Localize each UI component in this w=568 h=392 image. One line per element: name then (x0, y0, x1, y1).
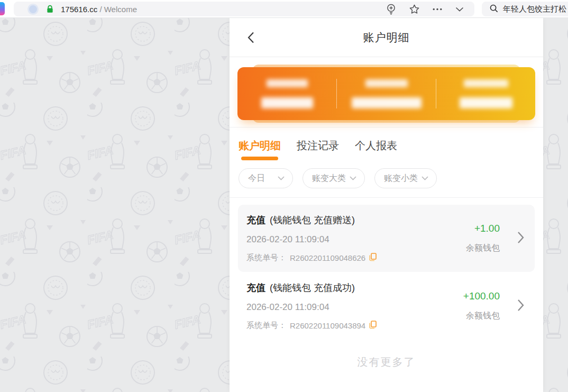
browser-top-bar: 175616.cc / Welcome (0, 0, 568, 18)
transaction-row[interactable]: 充值(钱能钱包 充值赠送) 2026-02-20 11:09:04 系统单号：R… (238, 205, 535, 272)
copy-icon[interactable] (369, 321, 377, 331)
masked-value (261, 97, 313, 108)
filter-label: 账变大类 (312, 173, 346, 184)
tab-account-detail[interactable]: 账户明细 (239, 139, 281, 162)
masked-label (464, 79, 508, 87)
chevron-right-icon[interactable] (517, 231, 524, 246)
transaction-type: 充值 (246, 215, 265, 225)
masked-value (460, 97, 512, 108)
lock-icon[interactable] (46, 5, 54, 13)
transaction-info: 充值(钱能钱包 充值成功) 2026-02-20 11:09:04 系统单号：R… (246, 281, 435, 331)
wallet-stat-2 (337, 67, 436, 120)
filter-label: 账变小类 (384, 173, 418, 184)
order-number: R2602201109048626 (290, 253, 365, 262)
url-text[interactable]: 175616.cc / Welcome (61, 5, 137, 14)
transaction-time: 2026-02-20 11:09:04 (246, 234, 435, 245)
transaction-order: 系统单号：R2602201109043894 (246, 321, 435, 331)
search-text: 年轻人包饺主打松 (503, 4, 566, 14)
page-title: 账户明细 (363, 30, 410, 45)
filter-minor-category-dropdown[interactable]: 账变小类 (374, 168, 437, 188)
masked-value (352, 97, 422, 108)
account-detail-panel: 账户明细 账户明细 投注记录 (230, 18, 543, 392)
tab-bar: 账户明细 投注记录 个人报表 (230, 127, 543, 162)
filter-date-dropdown[interactable]: 今日 (239, 168, 293, 188)
wallet-summary-section (237, 67, 535, 120)
transaction-wallet: 余额钱包 (466, 243, 500, 254)
transaction-detail: (钱能钱包 充值成功) (270, 282, 355, 293)
filter-major-category-dropdown[interactable]: 账变大类 (303, 168, 365, 188)
url-path: / Welcome (97, 5, 137, 14)
transaction-amount-block: +100.00 余额钱包 (435, 281, 525, 331)
chevron-right-icon[interactable] (517, 299, 524, 314)
order-number: R2602201109043894 (290, 321, 365, 330)
browser-app-icon[interactable] (0, 2, 5, 15)
transaction-row[interactable]: 充值(钱能钱包 充值成功) 2026-02-20 11:09:04 系统单号：R… (238, 272, 535, 340)
transaction-detail: (钱能钱包 充值赠送) (270, 215, 355, 225)
tab-label: 账户明细 (239, 140, 281, 151)
search-icon (490, 4, 498, 14)
page-header: 账户明细 (230, 18, 543, 57)
chevron-down-icon (422, 176, 428, 180)
copy-icon[interactable] (369, 253, 377, 263)
masked-label (365, 79, 408, 87)
lightbulb-plus-icon[interactable] (386, 4, 396, 15)
address-bar-actions (386, 4, 474, 15)
address-bar[interactable]: 175616.cc / Welcome (14, 2, 474, 16)
transaction-amount: +100.00 (463, 290, 500, 302)
wallet-stat-1 (237, 67, 336, 120)
chevron-down-icon (350, 176, 356, 180)
back-button[interactable] (243, 18, 259, 57)
transaction-order: 系统单号：R2602201109048626 (246, 253, 435, 263)
transaction-type: 充值 (246, 282, 265, 293)
url-host: 175616.cc (61, 5, 97, 14)
transaction-title: 充值(钱能钱包 充值成功) (246, 281, 435, 294)
order-label: 系统单号： (246, 253, 286, 263)
chevron-down-icon[interactable] (455, 7, 464, 12)
wallet-stat-3 (436, 67, 535, 120)
masked-label (267, 79, 308, 87)
tab-label: 投注记录 (297, 140, 339, 151)
transaction-list: 充值(钱能钱包 充值赠送) 2026-02-20 11:09:04 系统单号：R… (230, 198, 543, 385)
wallet-summary-card[interactable] (237, 67, 535, 120)
tab-label: 个人报表 (355, 140, 397, 151)
site-status-icon[interactable] (29, 5, 37, 13)
browser-search-box[interactable]: 年轻人包饺主打松 (482, 2, 568, 16)
order-label: 系统单号： (246, 321, 286, 331)
tab-personal-report[interactable]: 个人报表 (355, 139, 397, 162)
filter-bar: 今日 账变大类 账变小类 (230, 162, 543, 197)
active-tab-underline (241, 157, 278, 160)
transaction-wallet: 余额钱包 (466, 311, 500, 322)
transaction-amount-block: +1.00 余额钱包 (435, 214, 525, 263)
favorite-star-icon[interactable] (409, 4, 419, 14)
more-options-icon[interactable] (433, 8, 442, 11)
transaction-amount: +1.00 (474, 223, 500, 234)
transaction-title: 充值(钱能钱包 充值赠送) (246, 214, 435, 226)
filter-label: 今日 (248, 173, 265, 184)
no-more-text: 没有更多了 (238, 340, 535, 385)
transaction-time: 2026-02-20 11:09:04 (246, 302, 435, 313)
transaction-info: 充值(钱能钱包 充值赠送) 2026-02-20 11:09:04 系统单号：R… (246, 214, 435, 263)
tab-bet-records[interactable]: 投注记录 (297, 139, 339, 162)
chevron-down-icon (278, 176, 285, 180)
